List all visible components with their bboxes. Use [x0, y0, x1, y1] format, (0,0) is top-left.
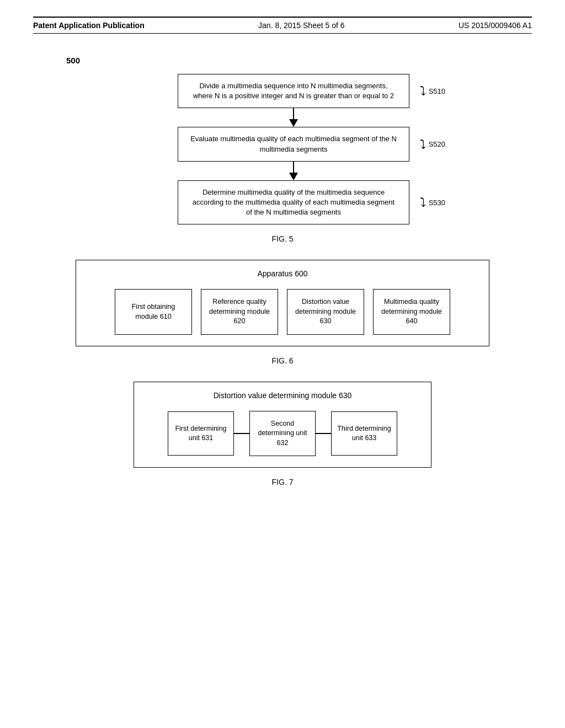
fig5-flowchart: Divide a multimedia sequence into N mult…: [55, 74, 532, 224]
module-620: Reference quality determining module 620: [201, 289, 278, 335]
header-left: Patent Application Publication: [33, 21, 145, 30]
fig6-section: Apparatus 600 First obtaining module 610…: [33, 260, 532, 365]
unit-connector-2: [316, 433, 331, 434]
fig5-caption: FIG. 5: [33, 234, 532, 243]
unit-633: Third determining unit 633: [331, 411, 397, 456]
distortion-units: First determining unit 631 Second determ…: [145, 411, 420, 457]
step-s520-wrapper: Evaluate multimedia quality of each mult…: [178, 127, 409, 161]
header-center: Jan. 8, 2015 Sheet 5 of 6: [258, 21, 344, 30]
step-s530-label: ⤵ S530: [420, 195, 445, 210]
fig5-section: 500 Divide a multimedia sequence into N …: [33, 56, 532, 243]
header-right: US 2015/0009406 A1: [459, 21, 532, 30]
step-s520-label: ⤵ S520: [420, 137, 445, 152]
step-s510-box: Divide a multimedia sequence into N mult…: [178, 74, 409, 108]
unit-631: First determining unit 631: [168, 411, 234, 456]
fig6-caption: FIG. 6: [33, 356, 532, 365]
step-s530-box: Determine multimedia quality of the mult…: [178, 180, 409, 225]
arrow2: [289, 162, 298, 180]
page-header: Patent Application Publication Jan. 8, 2…: [33, 17, 532, 34]
unit-632: Second determining unit 632: [249, 411, 316, 457]
step-s510-label: ⤵ S510: [420, 84, 445, 98]
module-610: First obtaining module 610: [115, 289, 192, 335]
distortion-title: Distortion value determining module 630: [145, 391, 420, 400]
distortion-module-630: Distortion value determining module 630 …: [134, 382, 431, 468]
fig7-section: Distortion value determining module 630 …: [33, 382, 532, 487]
module-640: Multimedia quality determining module 64…: [373, 289, 450, 335]
apparatus-title: Apparatus 600: [87, 269, 478, 278]
arrow-connector-2: [293, 162, 294, 173]
arrow-connector-1: [293, 108, 294, 119]
s520-curved-arrow: ⤵: [420, 137, 426, 152]
step-s520-box: Evaluate multimedia quality of each mult…: [178, 127, 409, 161]
step-s510-wrapper: Divide a multimedia sequence into N mult…: [178, 74, 409, 108]
arrow-down-2: [289, 173, 298, 180]
s530-curved-arrow: ⤵: [420, 195, 426, 210]
fig5-diagram-label: 500: [66, 56, 532, 65]
apparatus-modules: First obtaining module 610 Reference qua…: [87, 289, 478, 335]
fig7-caption: FIG. 7: [33, 478, 532, 486]
arrow1: [289, 108, 298, 127]
step-s530-wrapper: Determine multimedia quality of the mult…: [178, 180, 409, 225]
unit-connector-1: [234, 433, 249, 434]
arrow-down-1: [289, 119, 298, 127]
apparatus-600: Apparatus 600 First obtaining module 610…: [76, 260, 489, 346]
module-630: Distortion value determining module 630: [287, 289, 364, 335]
s510-curved-arrow: ⤵: [420, 84, 426, 98]
